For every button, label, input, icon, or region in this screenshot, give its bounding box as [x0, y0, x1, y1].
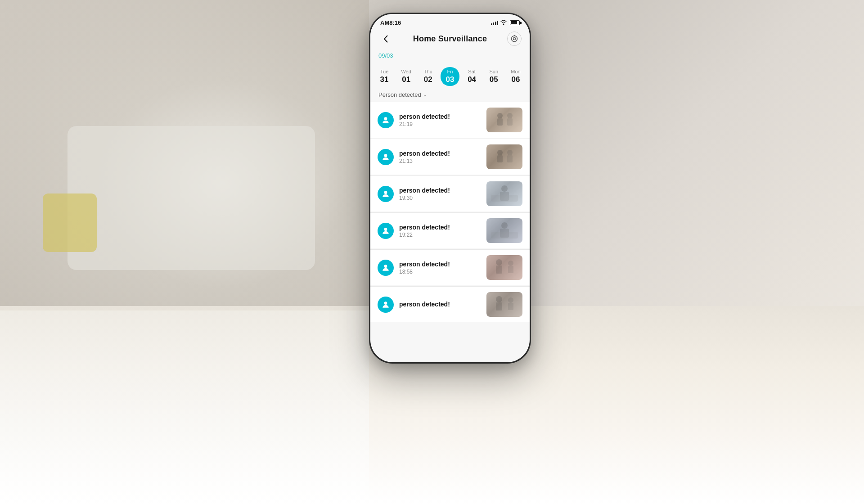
settings-button[interactable] [507, 32, 522, 46]
event-title: person detected! [399, 187, 481, 194]
svg-point-4 [497, 113, 503, 118]
day-item-sat[interactable]: Sat04 [463, 67, 482, 86]
day-name-1: Wed [401, 69, 411, 74]
svg-point-6 [507, 113, 513, 118]
svg-point-13 [384, 191, 387, 194]
person-detected-icon [378, 149, 394, 165]
back-button[interactable] [378, 32, 393, 46]
day-item-fri[interactable]: Fri03 [441, 67, 459, 86]
svg-point-8 [384, 154, 387, 157]
day-item-tue[interactable]: Tue31 [375, 67, 394, 86]
day-item-mon[interactable]: Mon06 [506, 67, 525, 86]
thumb-figure [486, 144, 522, 169]
event-time: 21:13 [399, 158, 481, 164]
svg-point-26 [384, 302, 387, 305]
status-time: AM8:16 [380, 19, 401, 26]
thumb-figure [486, 108, 522, 132]
svg-point-1 [512, 36, 518, 42]
event-info: person detected!18:58 [399, 261, 481, 275]
day-num-0: 31 [380, 75, 389, 84]
status-icons [491, 20, 520, 26]
day-name-3: Fri [447, 69, 453, 74]
svg-rect-5 [497, 118, 503, 126]
filter-label[interactable]: Person detected ⌄ [378, 91, 522, 98]
day-name-0: Tue [380, 69, 389, 74]
svg-rect-10 [497, 155, 503, 162]
filter-bar[interactable]: Person detected ⌄ [370, 86, 530, 102]
day-num-6: 06 [511, 75, 520, 84]
event-title: person detected! [399, 261, 481, 268]
date-display: 09/03 [370, 50, 530, 67]
person-detected-icon [378, 223, 394, 239]
date-label: 09/03 [378, 52, 522, 59]
svg-point-27 [496, 296, 502, 302]
svg-rect-7 [507, 118, 513, 126]
svg-rect-25 [508, 266, 513, 273]
event-item[interactable]: person detected!19:30 [370, 176, 530, 212]
day-num-1: 01 [402, 75, 410, 84]
wifi-icon [500, 20, 507, 26]
day-name-6: Mon [511, 69, 520, 74]
person-detected-icon [378, 260, 394, 276]
event-thumbnail [486, 218, 522, 243]
svg-point-0 [513, 38, 516, 40]
phone-shell: AM8:16 [369, 13, 531, 364]
event-info: person detected! [399, 301, 481, 309]
event-item[interactable]: person detected!21:19 [370, 102, 530, 138]
app-header: Home Surveillance [370, 29, 530, 50]
event-title: person detected! [399, 224, 481, 231]
event-item[interactable]: person detected!18:58 [370, 250, 530, 285]
svg-point-24 [508, 261, 513, 266]
bg-white-bottom [0, 310, 369, 504]
event-time: 18:58 [399, 269, 481, 275]
svg-point-21 [384, 265, 387, 268]
person-detected-icon [378, 112, 394, 128]
svg-point-22 [496, 259, 502, 266]
battery-icon [510, 20, 520, 25]
day-num-2: 02 [424, 75, 432, 84]
event-info: person detected!19:30 [399, 187, 481, 201]
status-bar: AM8:16 [370, 14, 530, 29]
app-title: Home Surveillance [413, 34, 487, 44]
day-item-thu[interactable]: Thu02 [418, 67, 437, 86]
thumb-figure [486, 292, 522, 317]
day-item-wed[interactable]: Wed01 [397, 67, 416, 86]
event-thumbnail [486, 292, 522, 317]
day-num-5: 05 [490, 75, 498, 84]
day-name-2: Thu [424, 69, 432, 74]
event-title: person detected! [399, 150, 481, 157]
event-time: 19:30 [399, 195, 481, 201]
day-selector: Tue31Wed01Thu02Fri03Sat04Sun05Mon06 [370, 67, 530, 86]
yellow-stool-shape [43, 194, 97, 252]
svg-rect-12 [507, 155, 513, 162]
thumb-figure [486, 181, 522, 206]
event-info: person detected!21:13 [399, 150, 481, 164]
day-name-4: Sat [468, 69, 476, 74]
svg-rect-30 [508, 303, 513, 310]
svg-point-18 [501, 222, 508, 229]
event-thumbnail [486, 181, 522, 206]
event-time: 21:19 [399, 121, 481, 127]
svg-point-3 [384, 117, 387, 120]
day-num-3: 03 [446, 75, 454, 84]
person-detected-icon [378, 186, 394, 202]
day-item-sun[interactable]: Sun05 [484, 67, 503, 86]
event-item[interactable]: person detected!19:22 [370, 213, 530, 248]
event-thumbnail [486, 144, 522, 169]
svg-rect-20 [491, 232, 518, 238]
phone-container: AM8:16 [369, 13, 531, 364]
svg-point-11 [507, 150, 513, 155]
event-time: 19:22 [399, 232, 481, 238]
thumb-figure [486, 255, 522, 280]
event-info: person detected!19:22 [399, 224, 481, 238]
events-list: person detected!21:19 person detected!21… [370, 102, 530, 323]
event-title: person detected! [399, 113, 481, 120]
svg-rect-16 [491, 195, 518, 202]
svg-point-14 [501, 185, 508, 192]
svg-rect-23 [496, 266, 502, 274]
event-thumbnail [486, 255, 522, 280]
event-item[interactable]: person detected! [370, 287, 530, 322]
filter-text: Person detected [378, 91, 421, 98]
event-item[interactable]: person detected!21:13 [370, 139, 530, 175]
svg-point-9 [497, 150, 503, 155]
